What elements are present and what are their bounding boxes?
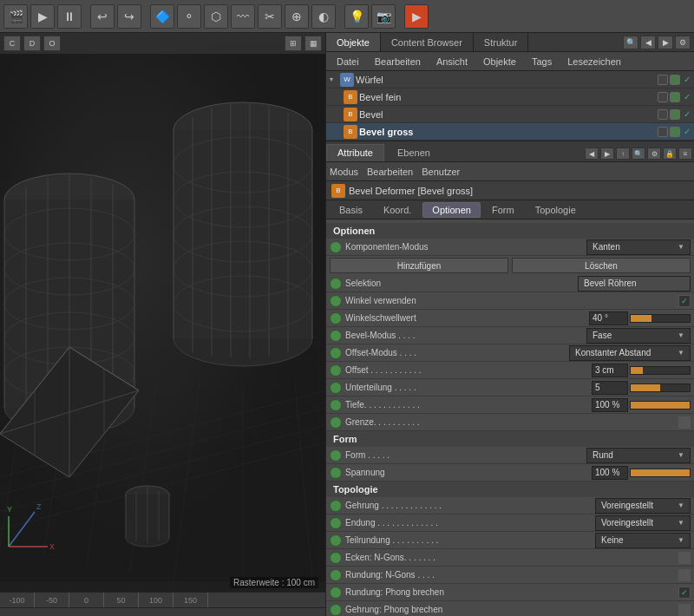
tab-struktur[interactable]: Struktur — [474, 33, 529, 51]
led-ecken-ngons[interactable] — [330, 552, 342, 564]
tree-dot-render[interactable] — [670, 75, 680, 85]
tab-basis[interactable]: Basis — [330, 202, 372, 218]
tool-undo[interactable]: ↩ — [90, 4, 115, 29]
led-komponenten[interactable] — [330, 241, 342, 253]
tree-dot-vis[interactable] — [658, 92, 668, 102]
vp-maximize-btn[interactable]: ⊞ — [285, 36, 302, 51]
led-spannung[interactable] — [330, 467, 342, 479]
tool-camera[interactable]: 📷 — [371, 4, 396, 29]
tree-expand-arrow[interactable]: ▾ — [330, 75, 338, 83]
led-bevel-modus[interactable] — [330, 330, 342, 342]
tool-cut[interactable]: ✂ — [258, 4, 282, 29]
checkbox-rundung-phong[interactable]: ✓ — [678, 587, 691, 599]
tree-dot-render[interactable] — [670, 109, 680, 120]
tab-objekte[interactable]: Objekte — [326, 33, 381, 51]
attr-arrow-left[interactable]: ◀ — [585, 147, 599, 160]
tab-attribute[interactable]: Attribute — [326, 144, 384, 161]
checkbox-rundung-ngons[interactable] — [678, 569, 691, 581]
dropdown-selektion[interactable]: Bevel Röhren — [578, 276, 691, 292]
input-tiefe[interactable]: 100 % — [592, 398, 628, 412]
led-winkel[interactable] — [330, 295, 342, 307]
vp-options-btn[interactable]: O — [43, 36, 61, 51]
tab-ebenen[interactable]: Ebenen — [386, 144, 442, 161]
tree-row-wuerfel[interactable]: ▾ W Würfel ✓ — [326, 71, 694, 88]
tool-add[interactable]: ⊕ — [285, 4, 309, 29]
tree-dot-vis[interactable] — [658, 127, 668, 137]
tool-light[interactable]: 💡 — [344, 4, 369, 29]
tool-play[interactable]: ▶ — [30, 4, 55, 29]
attr-menu-bearbeiten[interactable]: Bearbeiten — [367, 167, 413, 177]
tree-row-bevel[interactable]: B Bevel ✓ — [326, 106, 694, 123]
checkbox-ecken-ngons[interactable] — [678, 552, 691, 564]
led-tiefe[interactable] — [330, 399, 342, 411]
viewport-canvas[interactable]: C D O ⊞ ▦ — [0, 33, 325, 592]
attr-settings-icon[interactable]: ⚙ — [647, 147, 661, 160]
tree-dot-vis[interactable] — [658, 75, 668, 85]
led-form[interactable] — [330, 449, 342, 462]
arrow-right-icon[interactable]: ▶ — [658, 36, 673, 49]
led-endung[interactable] — [330, 517, 342, 529]
attr-arrow-right[interactable]: ▶ — [600, 147, 614, 160]
dropdown-bevel-modus[interactable]: Fase ▼ — [586, 328, 691, 344]
menu-tags[interactable]: Tags — [525, 55, 559, 69]
menu-objekte[interactable]: Objekte — [476, 55, 523, 69]
dropdown-gehrung[interactable]: Voreingestellt ▼ — [595, 498, 691, 514]
slider-tiefe[interactable] — [630, 401, 691, 410]
slider-winkelschwellwert[interactable] — [630, 314, 691, 323]
tool-pause[interactable]: ⏸ — [57, 4, 82, 29]
tool-cylinder[interactable]: ⬡ — [204, 4, 228, 29]
led-winkelschwellwert[interactable] — [330, 312, 342, 324]
btn-hinzufuegen[interactable]: Hinzufügen — [330, 258, 508, 273]
vp-layout-btn[interactable]: ▦ — [304, 36, 322, 51]
menu-datei[interactable]: Datei — [330, 55, 366, 69]
slider-unterteilung[interactable] — [630, 383, 691, 392]
tab-form[interactable]: Form — [482, 202, 524, 218]
tool-sphere[interactable]: ⚬ — [177, 4, 201, 29]
tool-render[interactable]: ▶ — [404, 4, 429, 29]
tree-dot-render[interactable] — [670, 127, 680, 137]
tool-deform[interactable]: ◐ — [311, 4, 336, 29]
tool-spline[interactable]: 〰 — [231, 4, 255, 29]
tab-koord[interactable]: Koord. — [374, 202, 421, 218]
menu-lesezeichen[interactable]: Lesezeichen — [560, 55, 628, 69]
input-spannung[interactable]: 100 % — [592, 466, 628, 480]
tab-optionen[interactable]: Optionen — [422, 202, 481, 218]
arrow-left-icon[interactable]: ◀ — [640, 36, 656, 49]
tree-row-bevel-gross[interactable]: B Bevel gross ✓ — [326, 123, 694, 141]
slider-offset[interactable] — [630, 366, 691, 375]
attr-nav-icon[interactable]: ↑ — [616, 147, 630, 160]
led-selektion[interactable] — [330, 278, 342, 290]
input-winkelschwellwert[interactable]: 40 ° — [589, 311, 628, 325]
checkbox-grenze[interactable] — [678, 416, 691, 429]
tree-row-bevel-fein[interactable]: B Bevel fein ✓ — [326, 88, 694, 106]
search-icon[interactable]: 🔍 — [623, 36, 638, 49]
led-gehrung-phong[interactable] — [330, 604, 342, 616]
attr-menu-modus[interactable]: Modus — [330, 167, 358, 177]
tool-cube[interactable]: 🔷 — [150, 4, 174, 29]
attr-menu-benutzer[interactable]: Benutzer — [422, 167, 460, 177]
vp-display-btn[interactable]: D — [23, 36, 41, 51]
input-offset[interactable]: 3 cm — [592, 364, 628, 377]
checkbox-winkel-verwenden[interactable]: ✓ — [678, 295, 691, 307]
tool-redo[interactable]: ↪ — [117, 4, 141, 29]
menu-bearbeiten[interactable]: Bearbeiten — [368, 55, 428, 69]
tree-dot-vis[interactable] — [658, 109, 668, 120]
led-gehrung[interactable] — [330, 500, 342, 512]
slider-spannung[interactable] — [630, 469, 691, 477]
input-unterteilung[interactable]: 5 — [592, 381, 628, 395]
tool-film[interactable]: 🎬 — [3, 4, 28, 29]
tree-dot-render[interactable] — [670, 92, 680, 102]
attr-extra-icon[interactable]: ≡ — [678, 147, 692, 160]
dropdown-offset-modus[interactable]: Konstanter Abstand ▼ — [569, 345, 691, 361]
led-offset-modus[interactable] — [330, 347, 342, 359]
dropdown-komponenten[interactable]: Kanten ▼ — [586, 239, 691, 255]
tab-content-browser[interactable]: Content Browser — [381, 33, 474, 51]
dropdown-form[interactable]: Rund ▼ — [586, 448, 691, 463]
menu-ansicht[interactable]: Ansicht — [429, 55, 475, 69]
led-grenze[interactable] — [330, 416, 342, 429]
btn-loeschen[interactable]: Löschen — [512, 258, 691, 273]
attr-search-icon[interactable]: 🔍 — [632, 147, 645, 160]
attr-lock-icon[interactable]: 🔒 — [663, 147, 677, 160]
led-offset[interactable] — [330, 364, 342, 377]
vp-camera-btn[interactable]: C — [3, 36, 21, 51]
